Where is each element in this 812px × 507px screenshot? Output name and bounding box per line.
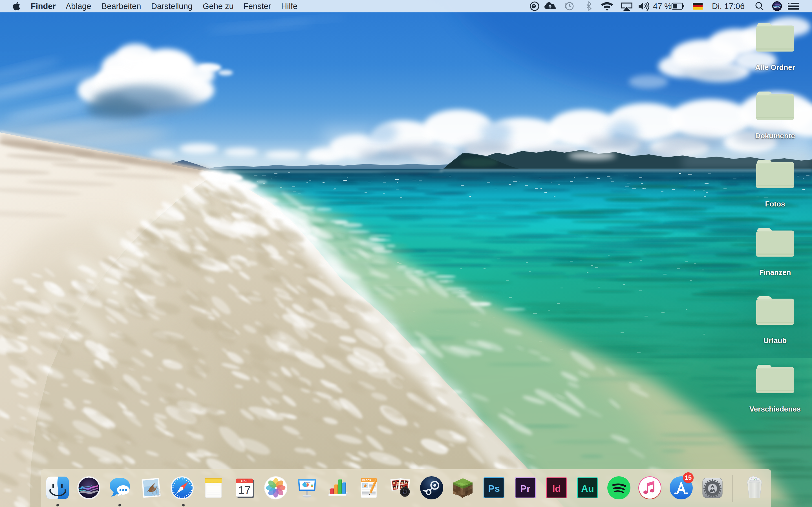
svg-text:OKT: OKT: [241, 479, 248, 483]
svg-text:Au: Au: [581, 483, 594, 494]
svg-text:17: 17: [238, 484, 251, 496]
svg-text:Pr: Pr: [520, 483, 530, 494]
svg-text:PAGES: PAGES: [362, 479, 371, 482]
svg-text:Id: Id: [552, 483, 561, 494]
svg-text:Ps: Ps: [488, 483, 500, 494]
